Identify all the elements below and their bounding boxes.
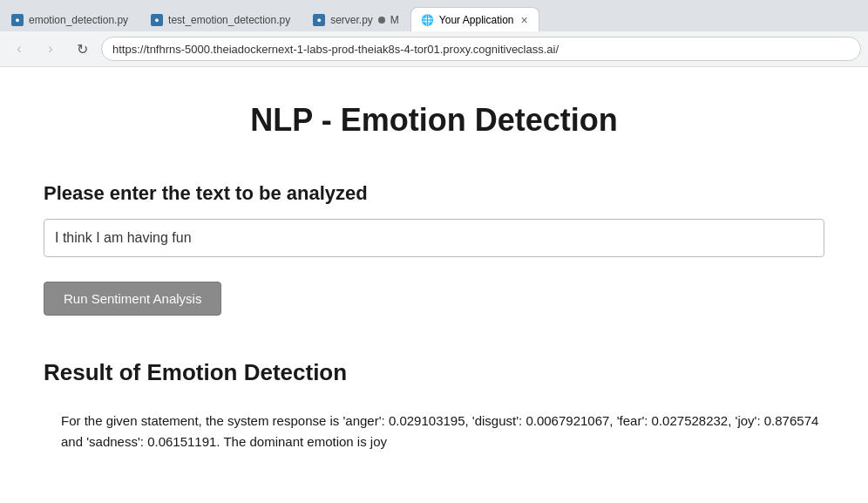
tab-favicon-emotion: ●: [11, 14, 24, 26]
back-button[interactable]: ‹: [7, 37, 31, 61]
result-text: For the given statement, the system resp…: [44, 411, 824, 452]
result-section: Result of Emotion Detection For the give…: [44, 359, 824, 452]
forward-button[interactable]: ›: [38, 37, 63, 61]
tab-label-server: server.py: [330, 14, 373, 26]
tab-modified-label: M: [390, 14, 399, 26]
page-content: NLP - Emotion Detection Please enter the…: [0, 67, 868, 487]
back-icon: ‹: [17, 41, 21, 57]
run-sentiment-button[interactable]: Run Sentiment Analysis: [44, 282, 221, 316]
tab-label-test: test_emotion_detection.py: [168, 14, 290, 26]
tab-test-emotion[interactable]: ● test_emotion_detection.py: [139, 7, 302, 31]
tab-server[interactable]: ● server.py M: [302, 7, 410, 31]
tab-label-app: Your Application: [439, 14, 514, 26]
nav-bar: ‹ › ↻: [0, 31, 868, 66]
tab-favicon-test: ●: [151, 14, 163, 26]
tab-close-button[interactable]: ×: [520, 13, 527, 27]
tab-label-emotion: emotion_detection.py: [29, 14, 128, 26]
tab-bar: ● emotion_detection.py ● test_emotion_de…: [0, 0, 868, 31]
emotion-text-input[interactable]: [44, 219, 824, 257]
address-bar-input[interactable]: [101, 37, 861, 61]
tab-emotion-detection[interactable]: ● emotion_detection.py: [0, 7, 139, 31]
reload-button[interactable]: ↻: [70, 37, 94, 61]
result-title: Result of Emotion Detection: [44, 359, 824, 386]
tab-favicon-server: ●: [313, 14, 325, 26]
tab-modified-indicator: [378, 17, 385, 24]
browser-chrome: ● emotion_detection.py ● test_emotion_de…: [0, 0, 868, 67]
input-section-label: Please enter the text to be analyzed: [44, 182, 824, 205]
page-title: NLP - Emotion Detection: [44, 102, 824, 139]
tab-favicon-app: 🌐: [422, 14, 434, 26]
input-section: Please enter the text to be analyzed: [44, 182, 824, 282]
reload-icon: ↻: [77, 41, 88, 58]
tab-your-application[interactable]: 🌐 Your Application ×: [410, 7, 539, 31]
forward-icon: ›: [48, 41, 52, 57]
